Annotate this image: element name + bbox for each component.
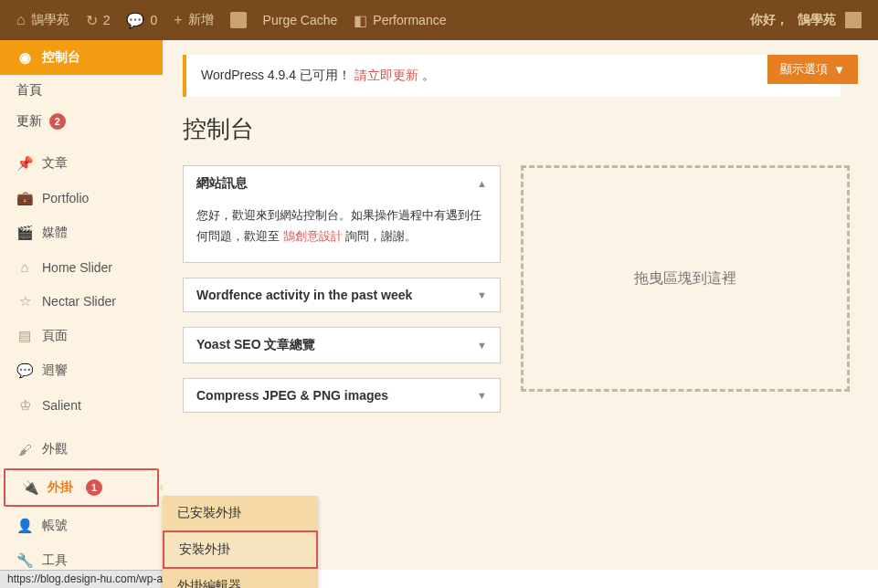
menu-appearance-label: 外觀 xyxy=(42,441,68,457)
wrench-icon: 🔧 xyxy=(16,552,33,569)
site-info-link[interactable]: 鵠創意設計 xyxy=(283,229,343,243)
menu-salient[interactable]: ♔ Salient xyxy=(0,388,163,423)
menu-home-slider-label: Home Slider xyxy=(42,260,112,275)
chevron-down-icon: ▼ xyxy=(833,63,845,77)
triangle-down-icon: ▼ xyxy=(477,289,487,300)
triangle-up-icon: ▲ xyxy=(477,178,487,189)
refresh-icon: ↻ xyxy=(86,12,98,29)
menu-appearance[interactable]: 🖌 外觀 xyxy=(0,432,163,467)
menu-posts-label: 文章 xyxy=(42,155,68,172)
flyout-plugin-editor[interactable]: 外掛編輯器 xyxy=(163,569,318,588)
submenu-updates[interactable]: 更新 2 xyxy=(0,106,163,137)
comment-count: 0 xyxy=(150,13,157,27)
pin-icon: 📌 xyxy=(16,155,33,172)
drop-zone[interactable]: 拖曳區塊到這裡 xyxy=(521,165,850,392)
menu-media-label: 媒體 xyxy=(42,225,68,241)
cube-icon: ◧ xyxy=(354,12,367,29)
menu-plugins[interactable]: 🔌 外掛 1 xyxy=(5,470,157,505)
menu-tools-label: 工具 xyxy=(42,552,68,569)
home-slider-icon: ⌂ xyxy=(16,259,33,275)
page-title: 控制台 xyxy=(183,113,858,145)
menu-media[interactable]: 🎬 媒體 xyxy=(0,215,163,250)
user-icon: 👤 xyxy=(16,518,33,534)
comments-link[interactable]: 💬 0 xyxy=(126,12,157,29)
widget-yoast-header[interactable]: Yoast SEO 文章總覽 ▼ xyxy=(184,328,500,362)
refresh-link[interactable]: ↻ 2 xyxy=(86,12,111,29)
widget-site-info-header[interactable]: 網站訊息 ▲ xyxy=(184,166,500,201)
menu-pages[interactable]: ▤ 頁面 xyxy=(0,319,163,353)
widget-site-info-title: 網站訊息 xyxy=(196,175,248,192)
widget-wordfence-title: Wordfence activity in the past week xyxy=(196,288,412,302)
menu-portfolio[interactable]: 💼 Portfolio xyxy=(0,181,163,215)
add-new-link[interactable]: + 新增 xyxy=(174,12,213,28)
menu-dashboard-label: 控制台 xyxy=(42,49,80,66)
plus-icon: + xyxy=(174,12,182,28)
purge-cache-link[interactable]: Purge Cache xyxy=(263,13,338,27)
performance-link[interactable]: ◧ Performance xyxy=(354,12,446,29)
site-name-link[interactable]: ⌂ 鵠學苑 xyxy=(16,12,69,28)
widget-wordfence: Wordfence activity in the past week ▼ xyxy=(183,278,501,312)
crown-icon: ♔ xyxy=(16,397,33,414)
widget-compress: Compress JPEG & PNG images ▼ xyxy=(183,378,501,413)
menu-dashboard[interactable]: ◉ 控制台 xyxy=(0,40,163,75)
widget-site-info-body: 您好，歡迎來到網站控制台。如果操作過程中有遇到任何問題，歡迎至 鵠創意設計 詢問… xyxy=(184,201,500,262)
dashboard-icon: ◉ xyxy=(16,49,33,66)
submenu-home-label: 首頁 xyxy=(16,82,42,97)
site-name-text: 鵠學苑 xyxy=(31,12,69,28)
star-icon: ☆ xyxy=(16,293,33,310)
menu-nectar-slider-label: Nectar Slider xyxy=(42,294,116,309)
home-icon: ⌂ xyxy=(16,12,26,28)
menu-portfolio-label: Portfolio xyxy=(42,191,89,205)
admin-bar-left: ⌂ 鵠學苑 ↻ 2 💬 0 + 新增 Purge Cache ◧ Perform… xyxy=(16,12,446,29)
page-icon: ▤ xyxy=(16,328,33,344)
greeting-prefix: 你好， xyxy=(750,12,788,28)
briefcase-icon: 💼 xyxy=(16,190,33,206)
admin-bar-right[interactable]: 你好， 鵠學苑 xyxy=(750,12,862,28)
menu-pages-label: 頁面 xyxy=(42,328,68,344)
menu-posts[interactable]: 📌 文章 xyxy=(0,146,163,181)
screen-options-label: 顯示選項 xyxy=(780,61,828,78)
comment-menu-icon: 💬 xyxy=(16,362,33,379)
avatar xyxy=(845,12,862,28)
update-now-link[interactable]: 請立即更新 xyxy=(354,68,418,82)
widget-yoast-title: Yoast SEO 文章總覽 xyxy=(196,337,315,353)
site-info-text-after: 詢問，謝謝。 xyxy=(345,229,417,243)
plug-icon: 🔌 xyxy=(22,479,38,496)
yoast-link[interactable] xyxy=(230,12,247,28)
menu-salient-label: Salient xyxy=(42,398,81,413)
plugins-flyout: 已安裝外掛 安裝外掛 外掛編輯器 xyxy=(163,496,318,588)
notice-text-after: 。 xyxy=(422,68,435,82)
admin-sidebar: ◉ 控制台 首頁 更新 2 📌 文章 💼 Portfolio 🎬 媒體 ⌂ Ho… xyxy=(0,40,163,570)
plugins-count-badge: 1 xyxy=(86,479,102,496)
triangle-down-icon: ▼ xyxy=(477,390,487,401)
performance-text: Performance xyxy=(373,13,446,27)
screen-options-button[interactable]: 顯示選項 ▼ xyxy=(767,55,858,84)
menu-comments[interactable]: 💬 迴響 xyxy=(0,353,163,388)
dashboard-column-left: 網站訊息 ▲ 您好，歡迎來到網站控制台。如果操作過程中有遇到任何問題，歡迎至 鵠… xyxy=(183,165,501,427)
flyout-add-plugin[interactable]: 安裝外掛 xyxy=(163,530,318,569)
menu-plugins-label: 外掛 xyxy=(48,479,73,496)
add-new-text: 新增 xyxy=(188,12,214,28)
purge-cache-text: Purge Cache xyxy=(263,13,338,27)
widget-compress-header[interactable]: Compress JPEG & PNG images ▼ xyxy=(184,379,500,412)
widget-site-info: 網站訊息 ▲ 您好，歡迎來到網站控制台。如果操作過程中有遇到任何問題，歡迎至 鵠… xyxy=(183,165,501,263)
widget-compress-title: Compress JPEG & PNG images xyxy=(196,388,388,403)
brush-icon: 🖌 xyxy=(16,442,33,457)
submenu-home[interactable]: 首頁 xyxy=(0,75,163,106)
notice-text-before: WordPress 4.9.4 已可用！ xyxy=(201,68,351,82)
triangle-down-icon: ▼ xyxy=(477,340,487,351)
widget-yoast: Yoast SEO 文章總覽 ▼ xyxy=(183,327,501,363)
drop-zone-label: 拖曳區塊到這裡 xyxy=(634,269,736,289)
menu-users[interactable]: 👤 帳號 xyxy=(0,509,163,543)
updates-count-badge: 2 xyxy=(49,113,66,130)
comment-icon: 💬 xyxy=(126,12,144,29)
flyout-installed-plugins[interactable]: 已安裝外掛 xyxy=(163,496,318,530)
menu-home-slider[interactable]: ⌂ Home Slider xyxy=(0,250,163,284)
refresh-count: 2 xyxy=(103,13,111,27)
update-notice: WordPress 4.9.4 已可用！ 請立即更新 。 xyxy=(183,55,841,97)
menu-users-label: 帳號 xyxy=(42,518,68,534)
menu-nectar-slider[interactable]: ☆ Nectar Slider xyxy=(0,284,163,319)
widget-wordfence-header[interactable]: Wordfence activity in the past week ▼ xyxy=(184,278,500,311)
main-content: 顯示選項 ▼ WordPress 4.9.4 已可用！ 請立即更新 。 控制台 … xyxy=(163,40,878,570)
yoast-icon xyxy=(230,12,247,28)
